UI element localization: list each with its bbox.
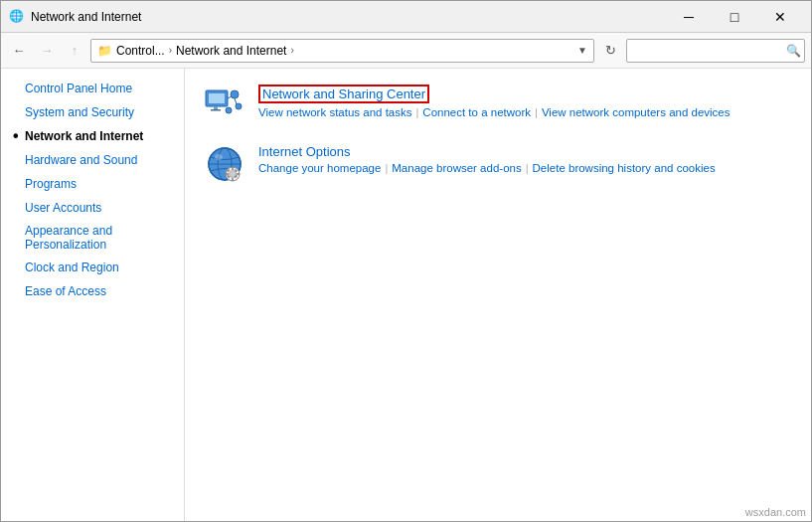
watermark: wsxdan.com [745,506,806,518]
main-layout: Control Panel Home System and Security •… [1,69,811,522]
internet-options-title[interactable]: Internet Options [258,144,351,159]
svg-rect-20 [237,173,240,175]
path-chevron-2: › [290,45,293,56]
svg-point-6 [226,107,232,113]
delete-history-link[interactable]: Delete browsing history and cookies [533,162,716,174]
svg-rect-1 [209,93,225,103]
refresh-button[interactable]: ↻ [598,39,622,63]
title-bar-left: 🌐 Network and Internet [9,9,141,25]
manage-addons-link[interactable]: Manage browser add-ons [392,162,521,174]
svg-rect-2 [214,106,218,109]
title-bar: 🌐 Network and Internet ─ □ ✕ [1,1,811,33]
svg-rect-18 [232,178,234,181]
svg-point-4 [231,90,239,98]
minimize-button[interactable]: ─ [666,1,712,33]
close-button[interactable]: ✕ [757,1,803,33]
sidebar: Control Panel Home System and Security •… [1,69,185,522]
svg-line-8 [235,98,237,104]
view-computers-link[interactable]: View network computers and devices [542,106,731,118]
sidebar-bullet-6 [13,230,21,246]
path-chevron-1: › [169,45,172,56]
sidebar-label-3: Hardware and Sound [25,153,172,167]
internet-options-text: Internet Options Change your homepage | … [258,144,791,174]
sidebar-item-system-security[interactable]: System and Security [1,100,184,124]
window-icon: 🌐 [9,9,25,25]
sep-4: | [526,162,529,174]
sidebar-item-user-accounts[interactable]: User Accounts [1,196,184,220]
sidebar-label-0: Control Panel Home [25,82,172,95]
path-dropdown-arrow[interactable]: ▼ [577,45,587,56]
path-network-internet: Network and Internet [176,44,286,58]
sep-2: | [535,106,538,118]
view-network-status-link[interactable]: View network status and tasks [258,106,411,118]
sidebar-item-control-panel-home[interactable]: Control Panel Home [1,77,184,100]
svg-rect-19 [226,173,229,175]
sidebar-item-appearance-personalization[interactable]: Appearance and Personalization [1,220,184,256]
sidebar-label-8: Ease of Access [25,284,172,298]
change-homepage-link[interactable]: Change your homepage [258,162,381,174]
search-icon: 🔍 [786,44,801,58]
internet-options-links: Change your homepage | Manage browser ad… [258,162,791,174]
svg-point-14 [215,154,223,160]
network-sharing-text: Network and Sharing Center View network … [258,85,791,118]
sidebar-item-programs[interactable]: Programs [1,172,184,196]
sep-1: | [415,106,418,118]
sidebar-item-hardware-sound[interactable]: Hardware and Sound [1,148,184,172]
content-item-internet-options: Internet Options Change your homepage | … [205,144,791,184]
internet-options-icon [205,144,244,184]
back-button[interactable]: ← [7,39,31,63]
sidebar-item-clock-region[interactable]: Clock and Region [1,256,184,279]
svg-line-7 [228,96,232,98]
sidebar-bullet-1 [13,104,21,120]
sidebar-bullet-3 [13,152,21,168]
sidebar-bullet-2: • [13,128,21,144]
connect-to-network-link[interactable]: Connect to a network [422,106,531,118]
window-title: Network and Internet [31,10,141,24]
sidebar-label-2: Network and Internet [25,129,172,143]
content-area: Network and Sharing Center View network … [185,69,811,522]
title-controls: ─ □ ✕ [666,1,803,33]
sidebar-label-5: User Accounts [25,201,172,215]
sidebar-label-1: System and Security [25,105,172,119]
up-button[interactable]: ↑ [63,39,86,63]
network-sharing-icon [205,85,244,124]
sidebar-label-7: Clock and Region [25,261,172,274]
sidebar-bullet-5 [13,200,21,216]
content-item-network-sharing: Network and Sharing Center View network … [205,85,791,124]
sidebar-item-ease-of-access[interactable]: Ease of Access [1,279,184,303]
sidebar-bullet-4 [13,176,21,192]
svg-line-9 [227,107,228,108]
path-control-panel: Control... [116,44,165,58]
path-folder-icon: 📁 [97,44,112,58]
sidebar-label-4: Programs [25,177,172,191]
svg-rect-3 [211,109,221,111]
sidebar-item-network-internet[interactable]: • Network and Internet [1,124,184,148]
address-bar: ← → ↑ 📁 Control... › Network and Interne… [1,33,811,69]
network-sharing-title[interactable]: Network and Sharing Center [258,85,429,103]
forward-button[interactable]: → [35,39,59,63]
search-bar[interactable]: 🔍 [626,39,805,63]
sidebar-bullet-7 [13,260,21,275]
sidebar-bullet-8 [13,283,21,299]
sep-3: | [385,162,388,174]
svg-rect-17 [232,167,234,170]
maximize-button[interactable]: □ [712,1,757,33]
sidebar-bullet-0 [13,81,21,96]
address-path[interactable]: 📁 Control... › Network and Internet › ▼ [90,39,594,63]
search-input[interactable] [633,44,782,58]
network-sharing-links: View network status and tasks | Connect … [258,106,791,118]
sidebar-label-6: Appearance and Personalization [25,224,172,252]
